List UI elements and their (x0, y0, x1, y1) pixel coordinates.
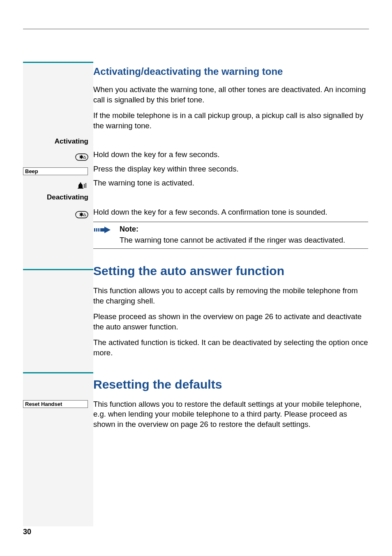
section-heading-auto-answer: Setting the auto answer function (93, 263, 368, 279)
beep-display-key: Beep (23, 167, 88, 175)
note-title: Note: (120, 225, 345, 234)
svg-rect-8 (98, 228, 99, 232)
paragraph: This function allows you to accept calls… (93, 286, 368, 306)
step-text: Press the display key within three secon… (93, 164, 368, 174)
svg-text:✱: ✱ (79, 212, 83, 218)
deactivating-label: Deactivating (23, 193, 93, 202)
reset-handset-menu-item: Reset Handset (23, 400, 88, 408)
paragraph: Please proceed as shown in the overview … (93, 312, 368, 332)
step-text: The warning tone is activated. (93, 178, 368, 188)
svg-rect-6 (94, 228, 95, 232)
star-key-icon: ✱ (75, 153, 88, 160)
svg-rect-7 (96, 228, 97, 232)
note-body: The warning tone cannot be activated if … (120, 235, 345, 246)
section-heading-warning-tone: Activating/deactivating the warning tone (93, 65, 368, 78)
step-text: Hold down the key for a few seconds. A c… (93, 207, 368, 218)
teal-bar-section2 (23, 269, 93, 270)
warning-tone-active-icon (76, 182, 88, 189)
paragraph: When you activate the warning tone, all … (93, 85, 368, 105)
svg-point-3 (80, 183, 81, 184)
svg-rect-9 (100, 228, 104, 232)
paragraph: This function allows you to restore the … (93, 399, 368, 430)
svg-rect-2 (78, 188, 83, 189)
paragraph: If the mobile telephone is in a call pic… (93, 111, 368, 131)
step-text: Hold down the key for a few seconds. (93, 150, 368, 160)
page-content: Activating/deactivating the warning tone… (23, 62, 368, 435)
top-rule (23, 29, 369, 29)
activating-label: Activating (23, 137, 93, 146)
section-heading-resetting: Resetting the defaults (93, 376, 368, 393)
note-arrow-icon (93, 225, 112, 235)
note-block: Note: The warning tone cannot be activat… (93, 222, 368, 249)
page-number: 30 (23, 528, 31, 536)
star-key-icon: ✱ (75, 211, 88, 218)
paragraph: The activated function is ticked. It can… (93, 338, 368, 358)
teal-bar-section3 (23, 372, 93, 373)
svg-text:✱: ✱ (79, 154, 83, 160)
